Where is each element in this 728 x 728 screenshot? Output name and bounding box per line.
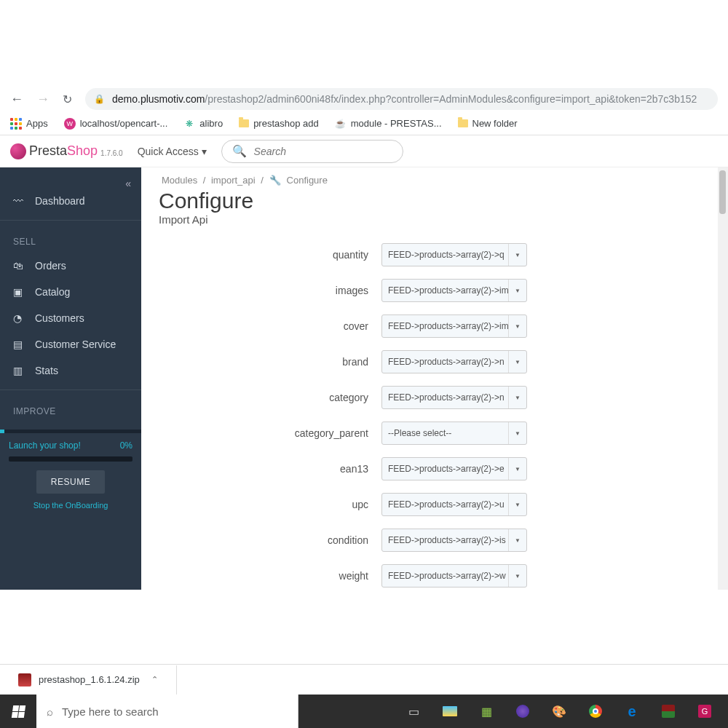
back-button[interactable]: ←	[10, 92, 23, 107]
field-select-ean13[interactable]: FEED->products->array(2)->e	[381, 457, 527, 480]
sidebar-item-customer-service[interactable]: ▤Customer Service	[0, 331, 141, 357]
sidebar-item-dashboard[interactable]: 〰 Dashboard	[0, 188, 141, 214]
stop-onboarding-link[interactable]: Stop the OnBoarding	[0, 501, 141, 510]
stats-icon: ▥	[13, 365, 25, 376]
sidebar-item-stats[interactable]: ▥Stats	[0, 357, 141, 384]
search-icon: ⌕	[47, 705, 53, 718]
field-select-images[interactable]: FEED->products->array(2)->im	[381, 279, 527, 302]
bookmark-label: module - PRESTAS...	[351, 118, 442, 129]
form-row-images: imagesFEED->products->array(2)->im	[163, 279, 706, 302]
sidebar-item-customers[interactable]: ◔Customers	[0, 305, 141, 331]
taskbar-tray: ▭ ▦ 🎨 e G	[405, 695, 728, 728]
sidebar-item-label: Customers	[35, 312, 84, 324]
sidebar-item-label: Stats	[35, 365, 58, 376]
windows-taskbar: ⌕ Type here to search ▭ ▦ 🎨 e G	[0, 695, 728, 728]
field-label: condition	[163, 534, 381, 546]
form-row-upc: upcFEED->products->array(2)->u	[163, 493, 706, 516]
header-search[interactable]: 🔍	[221, 140, 403, 163]
bookmark-label: New folder	[472, 118, 518, 129]
version-label: 1.7.6.0	[100, 149, 123, 157]
wrench-icon: 🔧	[269, 175, 281, 186]
apps-icon	[10, 118, 22, 130]
app-icon-g[interactable]: G	[696, 703, 713, 720]
user-icon: ◔	[13, 312, 25, 324]
field-select-quantity[interactable]: FEED->products->array(2)->q	[381, 243, 527, 266]
address-bar[interactable]: 🔒 demo.plusmotiv.com/prestashop2/admin60…	[85, 88, 718, 110]
resume-button[interactable]: RESUME	[36, 470, 105, 494]
chrome-icon[interactable]	[587, 703, 604, 720]
taskbar-search[interactable]: ⌕ Type here to search	[36, 695, 298, 728]
bookmark-label: Apps	[26, 118, 48, 129]
field-label: quantity	[163, 249, 381, 261]
field-select-condition[interactable]: FEED->products->array(2)->is	[381, 529, 527, 552]
form-row-category: categoryFEED->products->array(2)->n	[163, 386, 706, 409]
config-form: quantityFEED->products->array(2)->q imag…	[141, 233, 728, 610]
chevron-down-icon: ▾	[202, 146, 207, 157]
form-row-weight: weightFEED->products->array(2)->w	[163, 564, 706, 587]
collapse-sidebar-icon[interactable]: «	[125, 178, 131, 189]
bookmark-apps[interactable]: Apps	[10, 118, 48, 130]
breadcrumb-configure: Configure	[287, 175, 328, 186]
field-select-cover[interactable]: FEED->products->array(2)->im	[381, 314, 527, 338]
launch-label: Launch your shop!	[9, 440, 81, 451]
download-filename: prestashop_1.6.1.24.zip	[39, 674, 140, 685]
form-row-category-parent: category_parent--Please select--	[163, 422, 706, 445]
bookmark-prestashop-add[interactable]: prestashop add	[239, 118, 319, 129]
java-icon: ☕	[335, 118, 347, 130]
url-path: /prestashop2/admin600ni48fx/index.php?co…	[205, 93, 697, 105]
bookmark-new-folder[interactable]: New folder	[458, 118, 518, 129]
download-bar: prestashop_1.6.1.24.zip ⌃	[0, 664, 728, 695]
taskview-icon[interactable]: ▭	[405, 703, 422, 720]
quick-access-menu[interactable]: Quick Access ▾	[138, 146, 207, 157]
sidebar-item-orders[interactable]: 🛍Orders	[0, 253, 141, 279]
field-label: category_parent	[163, 427, 381, 439]
search-icon: 🔍	[232, 144, 247, 158]
download-item[interactable]: prestashop_1.6.1.24.zip ⌃	[10, 670, 166, 690]
page-subtitle: Import Api	[141, 213, 728, 233]
field-label: weight	[163, 570, 381, 582]
field-select-upc[interactable]: FEED->products->array(2)->u	[381, 493, 527, 516]
forward-button[interactable]: →	[36, 92, 50, 107]
breadcrumb-modules[interactable]: Modules	[162, 175, 197, 186]
form-row-quantity: quantityFEED->products->array(2)->q	[163, 243, 706, 266]
main-area: « 〰 Dashboard SELL 🛍Orders ▣Catalog ◔Cus…	[0, 167, 728, 590]
lock-icon: 🔒	[94, 94, 105, 104]
winrar-icon[interactable]	[660, 703, 677, 720]
folder-icon	[239, 119, 249, 127]
chevron-up-icon: ⌃	[151, 675, 158, 684]
url-domain: demo.plusmotiv.com	[112, 93, 205, 105]
sidebar-item-catalog[interactable]: ▣Catalog	[0, 279, 141, 305]
app-icon[interactable]: ▦	[478, 703, 495, 720]
content-area: Modules / import_api / 🔧Configure Config…	[141, 167, 728, 590]
field-select-brand[interactable]: FEED->products->array(2)->n	[381, 350, 527, 373]
dashboard-icon: 〰	[13, 195, 25, 207]
field-label: upc	[163, 499, 381, 510]
bookmark-module-prestas[interactable]: ☕ module - PRESTAS...	[335, 118, 442, 130]
search-input[interactable]	[254, 146, 392, 157]
form-row-brand: brandFEED->products->array(2)->n	[163, 350, 706, 373]
prestashop-logo[interactable]: PrestaShop 1.7.6.0	[10, 143, 123, 159]
bookmarks-bar: Apps W localhost/opencart-... ❋ alibro p…	[0, 112, 728, 135]
bookmark-label: alibro	[199, 118, 223, 129]
folder-icon	[458, 119, 468, 127]
form-row-ean13: ean13FEED->products->array(2)->e	[163, 457, 706, 480]
breadcrumb-module-name[interactable]: import_api	[211, 175, 256, 186]
field-select-category[interactable]: FEED->products->array(2)->n	[381, 386, 527, 409]
field-label: cover	[163, 320, 381, 332]
cart-icon: 🛍	[13, 260, 25, 272]
bookmark-alibro[interactable]: ❋ alibro	[183, 118, 223, 130]
page-title: Configure	[141, 189, 728, 213]
explorer-icon[interactable]	[441, 703, 459, 720]
paint-icon[interactable]: 🎨	[550, 703, 568, 720]
reload-button[interactable]: ↻	[63, 92, 72, 106]
form-row-condition: conditionFEED->products->array(2)->is	[163, 529, 706, 552]
sidebar-section-sell: SELL	[0, 226, 141, 253]
bookmark-opencart[interactable]: W localhost/opencart-...	[64, 118, 168, 130]
field-select-category-parent[interactable]: --Please select--	[381, 422, 527, 445]
field-select-weight[interactable]: FEED->products->array(2)->w	[381, 564, 527, 587]
edge-icon[interactable]: e	[623, 703, 641, 720]
onboarding-panel: Launch your shop! 0% RESUME Stop the OnB…	[0, 422, 141, 520]
scrollbar[interactable]	[718, 167, 728, 590]
start-button[interactable]	[0, 695, 36, 728]
torrent-icon[interactable]	[514, 703, 531, 720]
